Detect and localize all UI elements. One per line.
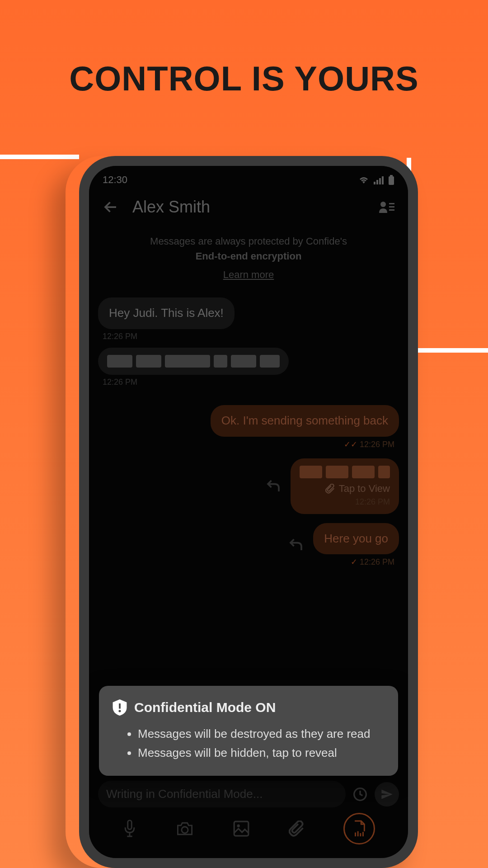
svg-rect-10 — [119, 703, 121, 709]
page-headline: CONTROL IS YOURS — [0, 0, 488, 98]
learn-more-link[interactable]: Learn more — [223, 267, 274, 282]
message-input[interactable]: Writing in Confidential Mode... — [98, 781, 346, 807]
svg-rect-9 — [389, 209, 394, 211]
popup-title: Confidential Mode ON — [134, 700, 276, 715]
encryption-text: Messages are always protected by Confide… — [150, 236, 347, 247]
redacted-block — [231, 355, 256, 368]
redacted-block — [300, 466, 322, 478]
message-time: 12:26 PM — [98, 332, 339, 341]
svg-rect-0 — [374, 182, 375, 184]
send-button[interactable] — [375, 782, 399, 807]
popup-bullet: Messages will be destroyed as they are r… — [138, 725, 385, 744]
encryption-banner: Messages are always protected by Confide… — [89, 225, 408, 287]
redacted-block — [352, 466, 375, 478]
svg-rect-19 — [360, 833, 361, 836]
attachment-toolbar — [89, 806, 408, 852]
encryption-bold: End-to-end encryption — [196, 250, 302, 262]
svg-point-14 — [182, 827, 188, 833]
camera-icon[interactable] — [176, 821, 194, 836]
attachment-icon[interactable] — [289, 821, 305, 837]
message-time: 12:26 PM — [98, 377, 339, 387]
battery-icon — [388, 175, 394, 185]
message-time: 12:26 PM — [300, 497, 390, 507]
redacted-block — [107, 355, 132, 368]
paperclip-icon — [325, 484, 335, 494]
back-button[interactable] — [103, 199, 119, 215]
read-check-icon: ✓✓ — [344, 440, 357, 449]
redacted-block — [378, 466, 390, 478]
svg-rect-2 — [379, 178, 381, 184]
status-bar: 12:30 — [89, 166, 408, 189]
message-outgoing-attachment: Tap to View 12:26 PM — [98, 458, 399, 514]
message-incoming-hidden[interactable]: 12:26 PM — [98, 348, 339, 387]
message-outgoing[interactable]: Ok. I'm sending something back ✓✓ 12:26 … — [128, 405, 399, 449]
redacted-block — [136, 355, 161, 368]
contact-name: Alex Smith — [132, 198, 366, 217]
svg-point-11 — [118, 710, 121, 712]
signal-icon — [374, 175, 384, 184]
svg-rect-1 — [376, 180, 378, 184]
gallery-icon[interactable] — [233, 820, 250, 837]
redacted-block — [326, 466, 348, 478]
app-header: Alex Smith — [89, 189, 408, 225]
contact-menu-button[interactable] — [379, 200, 394, 214]
svg-rect-4 — [390, 175, 393, 176]
svg-rect-20 — [362, 832, 364, 836]
phone-screen: 12:30 Alex Smith Messages are always pro… — [89, 166, 408, 858]
svg-point-6 — [380, 202, 386, 207]
confidential-mode-icon[interactable] — [343, 813, 375, 844]
svg-rect-7 — [389, 203, 394, 204]
message-bubble[interactable]: Here you go — [313, 523, 399, 555]
popup-bullet: Messages will be hidden, tap to reveal — [138, 744, 385, 763]
reply-icon[interactable] — [265, 478, 282, 494]
tap-to-view-bubble[interactable]: Tap to View 12:26 PM — [291, 458, 399, 514]
svg-rect-3 — [382, 176, 384, 184]
status-time: 12:30 — [103, 174, 127, 186]
decor-line — [409, 348, 488, 353]
svg-point-16 — [237, 825, 239, 827]
svg-rect-5 — [389, 176, 394, 185]
message-time: ✓✓ 12:26 PM — [128, 439, 399, 449]
wifi-icon — [358, 175, 369, 184]
message-incoming[interactable]: Hey Judi. This is Alex! 12:26 PM — [98, 297, 339, 341]
reply-icon[interactable] — [288, 537, 304, 553]
svg-rect-15 — [234, 821, 249, 836]
message-time: ✓ 12:26 PM — [313, 557, 399, 567]
microphone-icon[interactable] — [122, 820, 137, 838]
message-bubble: Ok. I'm sending something back — [211, 405, 399, 437]
redacted-block — [214, 355, 227, 368]
redacted-block — [165, 355, 210, 368]
svg-rect-13 — [128, 821, 132, 830]
decor-line — [0, 155, 79, 159]
tap-to-view-label: Tap to View — [339, 483, 390, 495]
message-outgoing: Here you go ✓ 12:26 PM — [98, 523, 399, 567]
svg-rect-17 — [355, 833, 356, 837]
read-check-icon: ✓ — [351, 557, 357, 566]
redacted-block — [260, 355, 280, 368]
redacted-bubble — [98, 348, 289, 375]
status-icons — [358, 175, 394, 185]
message-bubble: Hey Judi. This is Alex! — [98, 297, 235, 329]
timer-icon[interactable] — [353, 787, 367, 802]
svg-rect-18 — [357, 831, 359, 836]
svg-rect-8 — [389, 206, 394, 208]
phone-frame: 12:30 Alex Smith Messages are always pro… — [79, 156, 418, 868]
shield-alert-icon — [113, 699, 127, 716]
message-list: Hey Judi. This is Alex! 12:26 PM 12:26 P… — [89, 287, 408, 571]
confidential-mode-popup: Confidential Mode ON Messages will be de… — [99, 686, 398, 776]
